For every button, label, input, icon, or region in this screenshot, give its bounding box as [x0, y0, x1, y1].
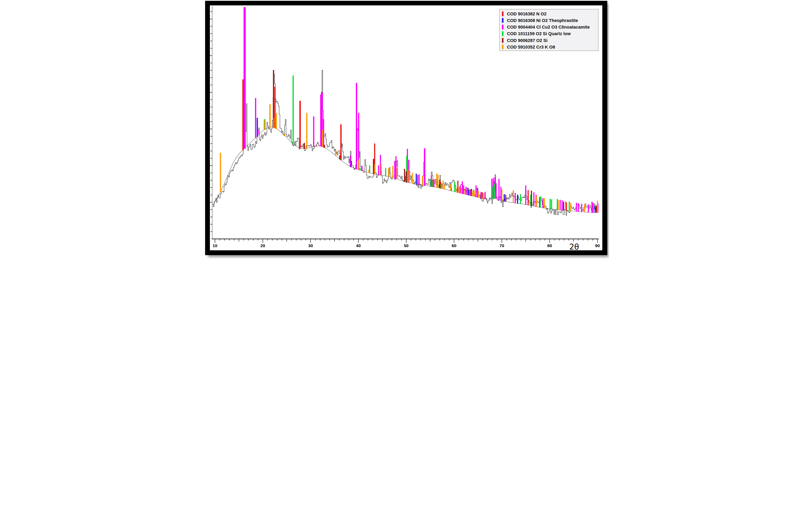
reference-stick [359, 168, 361, 170]
x-axis-label: 2θ [569, 242, 579, 251]
reference-stick [340, 124, 342, 160]
reference-stick [544, 198, 545, 208]
legend-label: COD 9006287 O2 Si [507, 38, 547, 43]
reference-stick [595, 206, 596, 213]
reference-stick [335, 150, 336, 156]
reference-stick [304, 143, 305, 149]
reference-stick [430, 179, 431, 186]
reference-stick [439, 180, 440, 189]
legend-item-o2si: COD 9006287 O2 Si [502, 38, 547, 43]
reference-stick [588, 204, 589, 213]
reference-stick [444, 184, 445, 190]
reference-stick [596, 206, 597, 213]
legend-swatch-green-icon [502, 31, 503, 36]
reference-stick [315, 145, 316, 147]
reference-stick [513, 190, 514, 203]
x-tick-label: 10 [213, 243, 217, 248]
reference-stick [373, 159, 374, 174]
reference-stick [356, 83, 357, 169]
reference-stick [395, 156, 396, 179]
reference-stick [478, 191, 479, 198]
reference-stick [259, 130, 260, 135]
reference-stick [404, 169, 405, 182]
reference-stick [306, 113, 307, 149]
reference-stick [570, 203, 571, 211]
reference-stick [368, 170, 369, 173]
reference-stick [361, 166, 363, 171]
reference-stick [520, 194, 521, 204]
reference-stick [578, 203, 579, 212]
reference-stick [408, 170, 409, 183]
reference-stick [561, 200, 563, 210]
legend-item-clinoatacamite: COD 9004404 Cl Cu2 O3 Clinoatacamite [502, 24, 590, 30]
legend-item-no2: COD 9016382 N O2 [502, 11, 546, 16]
reference-stick [322, 130, 323, 147]
reference-stick [566, 202, 567, 211]
reference-stick [244, 7, 246, 149]
reference-stick [469, 190, 470, 196]
reference-stick [255, 98, 256, 138]
reference-stick [465, 187, 466, 195]
reference-stick [269, 104, 270, 128]
reference-stick [313, 116, 314, 147]
reference-stick [581, 204, 582, 212]
reference-stick [475, 185, 477, 197]
legend-label: COD 9016308 Ni O2 Theophrastite [507, 18, 578, 23]
xrd-figure: 102030405060708090 2θ COD 9016382 N O2 C… [203, 0, 609, 262]
reference-stick [484, 192, 486, 199]
legend-swatch-red-icon [502, 11, 503, 16]
x-tick-label: 40 [356, 243, 361, 248]
reference-stick [591, 201, 593, 213]
reference-stick [576, 203, 577, 212]
reference-stick [482, 192, 483, 199]
xrd-chart-svg: 102030405060708090 2θ COD 9016382 N O2 C… [203, 0, 609, 262]
reference-stick [339, 155, 340, 159]
reference-stick [493, 178, 494, 199]
reference-stick [536, 196, 537, 207]
legend-label: COD 5910352 Cr3 K O8 [507, 45, 555, 50]
legend-label: COD 9004404 Cl Cu2 O3 Clinoatacamite [507, 24, 590, 30]
reference-stick [542, 198, 544, 208]
x-tick-label: 70 [499, 243, 504, 248]
reference-stick [468, 190, 469, 195]
reference-stick [459, 187, 460, 193]
reference-stick [394, 161, 395, 179]
legend-swatch-maroon-icon [502, 38, 503, 43]
reference-stick [471, 191, 473, 196]
reference-stick [515, 193, 516, 203]
x-tick-label: 50 [404, 243, 409, 248]
reference-stick [492, 187, 493, 199]
legend-label: COD 9016382 N O2 [507, 11, 546, 16]
reference-stick [412, 173, 413, 184]
reference-stick [504, 194, 505, 201]
reference-stick [442, 181, 444, 189]
legend-item-cr3ko8: COD 5910352 Cr3 K O8 [502, 45, 555, 50]
reference-stick [358, 160, 360, 170]
reference-stick [433, 179, 434, 187]
reference-stick [483, 193, 484, 199]
reference-stick [531, 191, 532, 206]
reference-stick [436, 173, 437, 188]
reference-stick [593, 203, 594, 213]
reference-stick [461, 188, 462, 194]
reference-stick [568, 201, 570, 211]
reference-stick [418, 175, 420, 185]
x-tick-label: 90 [595, 243, 600, 248]
reference-stick [299, 101, 301, 149]
reference-stick [380, 164, 382, 176]
reference-stick [320, 95, 321, 146]
x-tick-label: 60 [451, 243, 456, 248]
reference-stick [454, 182, 455, 192]
reference-stick [437, 175, 438, 188]
reference-stick [464, 189, 465, 194]
reference-stick [422, 176, 423, 185]
reference-stick [350, 156, 351, 167]
reference-stick [477, 188, 478, 198]
reference-stick [378, 165, 379, 175]
reference-stick [498, 179, 499, 200]
reference-stick [474, 191, 475, 197]
reference-stick [457, 181, 458, 193]
reference-stick [501, 190, 502, 201]
legend-swatch-blue-icon [502, 18, 503, 23]
reference-stick [274, 118, 275, 128]
